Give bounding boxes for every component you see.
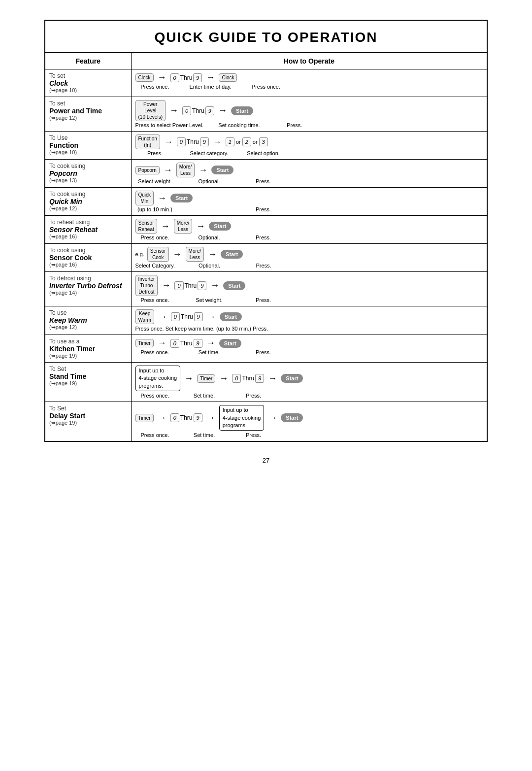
feature-prefix: To Use (49, 134, 127, 141)
desc-row: Select Category.Optional.Press. (135, 263, 483, 268)
arrow-icon: → (164, 165, 172, 175)
key-button: More/ Less (176, 163, 195, 177)
steps-line: Keep Warm→0 Thru 9→Start (135, 309, 483, 324)
desc-set: Set time. (185, 432, 224, 438)
key-button: More/ Less (174, 219, 193, 234)
arrow-icon: → (196, 221, 205, 232)
arrow-icon: → (206, 72, 215, 83)
thru-group: 0 Thru 9 (174, 281, 206, 290)
feature-name: Power and Time (49, 107, 127, 115)
desc-press: Press once. (135, 393, 175, 399)
how-cell: Quick Min→Start(up to 10 min.)Press. (131, 188, 487, 216)
table-row: To use as aKitchen Timer(➥page 19)Timer→… (45, 335, 487, 363)
how-cell: Keep Warm→0 Thru 9→StartPress once. Set … (131, 306, 487, 335)
feature-page: (➥page 12) (49, 324, 127, 331)
feature-page: (➥page 19) (49, 420, 127, 426)
desc-row: Press once.Optional.Press. (135, 235, 483, 240)
arrow-icon: → (218, 105, 227, 116)
steps-line: Timer→0 Thru 9→Start (135, 338, 483, 348)
table-row: To setPower and Time(➥page 12)Power Leve… (45, 97, 487, 132)
how-cell: Timer → 0 Thru 9 → Input up to4-stage co… (131, 402, 487, 442)
num-0: 0 (170, 413, 179, 422)
start-button: Start (209, 222, 231, 231)
start-button: Start (223, 281, 245, 290)
feature-cell: To cook usingPopcorn(➥page 13) (45, 160, 131, 188)
start-button: Start (281, 374, 303, 383)
steps-line: Function (fn)→0 Thru 9→1 or 2 or 3 (135, 134, 483, 149)
arrow-icon: → (219, 373, 228, 384)
feature-prefix: To set (49, 100, 127, 107)
table-row: To cook usingQuick Min(➥page 12)Quick Mi… (45, 188, 487, 216)
feature-page: (➥page 10) (49, 87, 127, 94)
desc-row: Press once.Set time.Press. (135, 349, 483, 355)
arrow-icon: → (208, 249, 217, 260)
feature-name: Kitchen Timer (49, 345, 127, 353)
feature-cell: To use as aKitchen Timer(➥page 19) (45, 335, 131, 363)
desc-press: Press once. (135, 432, 175, 438)
arrow-icon: → (158, 413, 166, 423)
thru-group: 0 Thru 9 (171, 312, 203, 321)
bracket-input: Input up to4-stage cookingprograms. (135, 366, 181, 391)
feature-name: Clock (49, 79, 127, 87)
table-row: To cook usingPopcorn(➥page 13)Popcorn→Mo… (45, 160, 487, 188)
delay-start-descs: Press once. Set time. Press. (135, 432, 483, 438)
how-cell: Clock→0 Thru 9→ClockPress once.Enter tim… (131, 69, 487, 97)
feature-cell: To reheat usingSensor Reheat(➥page 16) (45, 216, 131, 244)
how-cell: Popcorn→More/ Less→StartSelect weight.Op… (131, 160, 487, 188)
feature-name: Function (49, 141, 127, 149)
feature-prefix: To set (49, 72, 127, 79)
arrow-icon: → (158, 312, 167, 322)
key-button: Timer (135, 339, 154, 347)
key-button: Keep Warm (135, 309, 154, 324)
desc-row: Press once.Set weight.Press. (135, 297, 483, 303)
feature-cell: To useKeep Warm(➥page 12) (45, 306, 131, 335)
page-container: QUICK GUIDE TO OPERATION Feature How to … (44, 20, 488, 464)
feature-page: (➥page 19) (49, 353, 127, 359)
feature-prefix: To Set (49, 366, 127, 372)
key-button: Function (fn) (135, 134, 160, 149)
start-button: Start (221, 250, 243, 259)
arrow-icon: → (268, 373, 277, 384)
feature-page: (➥page 16) (49, 262, 127, 268)
steps-line: Quick Min→Start (135, 191, 483, 205)
feature-page: (➥page 13) (49, 177, 127, 184)
start-button: Start (211, 166, 233, 174)
arrow-icon: → (164, 137, 173, 147)
feature-page: (➥page 12) (49, 115, 127, 121)
how-cell: Inverter Turbo Defrost→0 Thru 9→StartPre… (131, 272, 487, 306)
desc-press2: Press. (234, 432, 273, 438)
feature-prefix: To cook using (49, 191, 127, 198)
feature-cell: To defrost usingInverter Turbo Defrost(➥… (45, 272, 131, 306)
start-button: Start (231, 106, 253, 115)
feature-cell: To cook usingSensor Cook(➥page 16) (45, 244, 131, 272)
start-button: Start (220, 312, 242, 321)
key-button: Sensor Cook (147, 247, 169, 262)
steps-line: Power Level (10 Levels)→0 Thru 9→Start (135, 100, 483, 121)
steps-line: e.g.Sensor Cook→More/ Less→Start (135, 247, 483, 262)
key-button: Clock (219, 73, 237, 82)
thru-group: 0 Thru 9 (232, 374, 264, 383)
arrow-icon: → (169, 105, 178, 116)
feature-name: Sensor Reheat (49, 226, 127, 234)
how-cell: Input up to4-stage cookingprograms. → Ti… (131, 363, 487, 402)
table-row: To UseFunction(➥page 10)Function (fn)→0 … (45, 132, 487, 160)
feature-page: (➥page 16) (49, 234, 127, 240)
thru-group: 0 Thru 9 (170, 73, 202, 82)
how-cell: e.g.Sensor Cook→More/ Less→StartSelect C… (131, 244, 487, 272)
table-row: To setClock(➥page 10)Clock→0 Thru 9→Cloc… (45, 69, 487, 97)
arrow-icon: → (162, 280, 170, 291)
feature-name: Popcorn (49, 169, 127, 177)
start-button: Start (281, 413, 303, 422)
feature-name: Sensor Cook (49, 254, 127, 262)
feature-prefix: To defrost using (49, 275, 127, 282)
feature-name: Keep Warm (49, 316, 127, 324)
delay-start-steps: Timer → 0 Thru 9 → Input up to4-stage co… (135, 405, 483, 431)
arrow-icon: → (158, 72, 166, 83)
feature-cell: To setClock(➥page 10) (45, 69, 131, 97)
table-row: To cook usingSensor Cook(➥page 16)e.g.Se… (45, 244, 487, 272)
start-button: Start (219, 339, 241, 348)
feature-prefix: To cook using (49, 163, 127, 169)
thru-group: 0 Thru 9 (182, 106, 214, 115)
arrow-icon: → (158, 193, 166, 203)
feature-prefix: To cook using (49, 247, 127, 254)
